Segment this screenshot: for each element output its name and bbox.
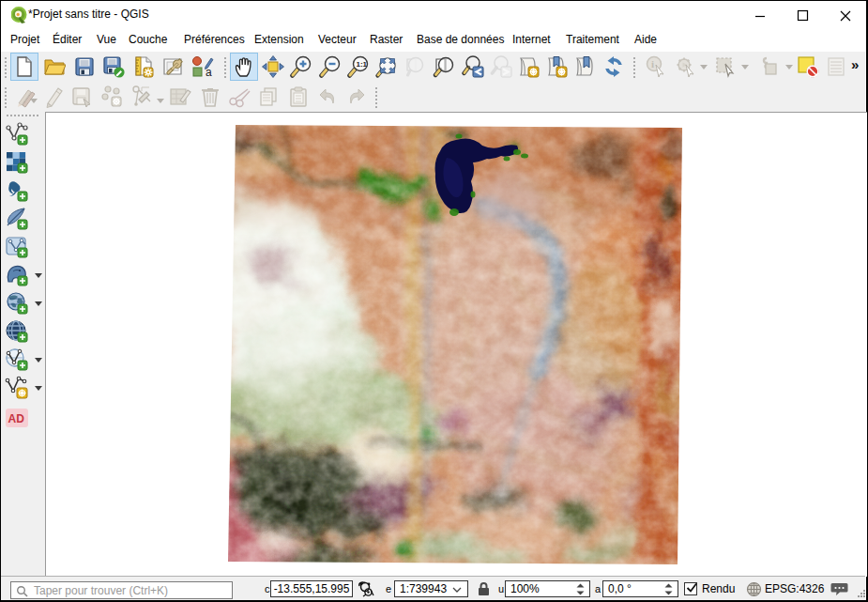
svg-text:AD: AD [8,412,25,425]
svg-text:a: a [206,66,212,78]
svg-text:1:1: 1:1 [357,60,368,69]
svg-text:i: i [651,58,654,69]
